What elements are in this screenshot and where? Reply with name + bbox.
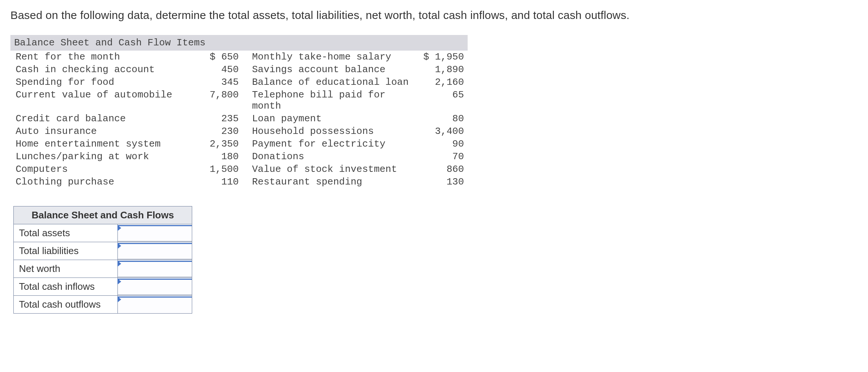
item-label: Monthly take-home salary: [252, 51, 416, 63]
data-row: Current value of automobile7,800Telephon…: [10, 89, 468, 112]
item-value: 80: [416, 112, 468, 125]
item-value: 90: [416, 138, 468, 150]
item-label: Clothing purchase: [10, 176, 196, 188]
item-label: Payment for electricity: [252, 138, 416, 150]
item-label: Loan payment: [252, 112, 416, 125]
data-row: Cash in checking account450Savings accou…: [10, 63, 468, 76]
item-label: Current value of automobile: [10, 89, 196, 112]
item-label: Spending for food: [10, 76, 196, 89]
answer-input[interactable]: [118, 296, 192, 313]
item-value: 235: [196, 112, 252, 125]
item-label: Auto insurance: [10, 125, 196, 138]
data-row: Spending for food345Balance of education…: [10, 76, 468, 89]
answer-row: Total assets: [14, 224, 192, 242]
answer-label: Total liabilities: [14, 242, 118, 260]
item-label: Balance of educational loan: [252, 76, 416, 89]
item-label: Home entertainment system: [10, 138, 196, 150]
item-value: 3,400: [416, 125, 468, 138]
item-value: 7,800: [196, 89, 252, 112]
answer-label: Total cash inflows: [14, 278, 118, 296]
item-value: $ 650: [196, 51, 252, 63]
item-value: 2,160: [416, 76, 468, 89]
data-row: Lunches/parking at work180Donations70: [10, 150, 468, 163]
answer-row: Total liabilities: [14, 242, 192, 260]
answer-input[interactable]: [118, 225, 192, 241]
item-value: 2,350: [196, 138, 252, 150]
item-value: 450: [196, 63, 252, 76]
item-value: 860: [416, 163, 468, 176]
item-value: 345: [196, 76, 252, 89]
item-label: Savings account balance: [252, 63, 416, 76]
answer-label: Net worth: [14, 260, 118, 278]
question-prompt: Based on the following data, determine t…: [10, 9, 858, 22]
answer-row: Net worth: [14, 260, 192, 278]
answer-input[interactable]: [118, 261, 192, 277]
answer-row: Total cash outflows: [14, 296, 192, 314]
item-label: Computers: [10, 163, 196, 176]
answer-table: Balance Sheet and Cash Flows Total asset…: [13, 206, 192, 314]
item-value: $ 1,950: [416, 51, 468, 63]
item-label: Household possessions: [252, 125, 416, 138]
data-row: Credit card balance235Loan payment80: [10, 112, 468, 125]
answer-input[interactable]: [118, 243, 192, 259]
answer-label: Total assets: [14, 224, 118, 242]
item-value: 180: [196, 150, 252, 163]
item-value: 230: [196, 125, 252, 138]
answer-input[interactable]: [118, 279, 192, 295]
item-value: 110: [196, 176, 252, 188]
answer-label: Total cash outflows: [14, 296, 118, 314]
data-row: Computers1,500Value of stock investment8…: [10, 163, 468, 176]
item-label: Credit card balance: [10, 112, 196, 125]
item-label: Lunches/parking at work: [10, 150, 196, 163]
item-value: 65: [416, 89, 468, 112]
item-label: Value of stock investment: [252, 163, 416, 176]
item-label: Restaurant spending: [252, 176, 416, 188]
data-row: Rent for the month$ 650Monthly take-home…: [10, 51, 468, 63]
balance-sheet-data-table: Balance Sheet and Cash Flow Items Rent f…: [10, 35, 468, 188]
item-value: 1,500: [196, 163, 252, 176]
item-label: Rent for the month: [10, 51, 196, 63]
item-label: Cash in checking account: [10, 63, 196, 76]
answer-table-title: Balance Sheet and Cash Flows: [14, 206, 192, 224]
item-label: Telephone bill paid for month: [252, 89, 416, 112]
item-value: 70: [416, 150, 468, 163]
data-row: Auto insurance230Household possessions3,…: [10, 125, 468, 138]
item-value: 130: [416, 176, 468, 188]
answer-row: Total cash inflows: [14, 278, 192, 296]
data-row: Home entertainment system2,350Payment fo…: [10, 138, 468, 150]
item-value: 1,890: [416, 63, 468, 76]
item-label: Donations: [252, 150, 416, 163]
data-row: Clothing purchase110Restaurant spending1…: [10, 176, 468, 188]
data-table-title: Balance Sheet and Cash Flow Items: [10, 35, 468, 51]
